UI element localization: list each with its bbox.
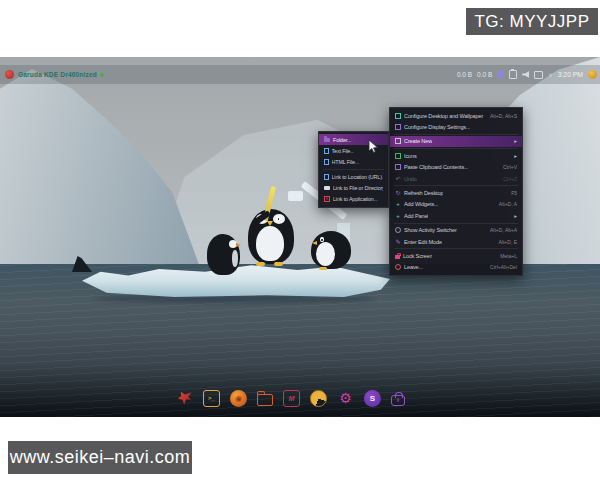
- monitor-icon: [395, 113, 401, 119]
- menu-item-enter-edit-mode[interactable]: ✎ Enter Edit Mode Alt+D, E: [390, 236, 522, 247]
- stacer-glyph: S: [370, 394, 375, 403]
- menu-separator: [394, 223, 518, 224]
- menu-item-undo: ↶ Undo Ctrl+Z: [390, 173, 522, 184]
- display-icon[interactable]: [534, 71, 543, 79]
- menu-item-add-widgets[interactable]: + Add Widgets... Alt+D, A: [390, 199, 522, 210]
- new-document-icon: [395, 138, 401, 144]
- watermark-website: www.seikei–navi.com: [8, 441, 192, 474]
- desktop-context-menu: Configure Desktop and Wallpaper... Alt+D…: [389, 107, 523, 276]
- menu-item-add-panel[interactable]: + Add Panel ▸: [390, 210, 522, 221]
- menu-item-paste[interactable]: Paste Clipboard Contents... Ctrl+V: [390, 162, 522, 173]
- system-tray: 0.0 B 0.0 B ∨ 3:20 PM: [457, 70, 600, 79]
- menu-separator: [394, 134, 518, 135]
- clock[interactable]: 3:20 PM: [558, 71, 583, 78]
- link-application-icon: ✕: [324, 196, 330, 202]
- link-file-icon: [324, 186, 330, 190]
- menu-item-create-new[interactable]: Create New ▸: [390, 136, 522, 147]
- submenu-arrow-icon: ▸: [514, 153, 517, 159]
- folder-icon: [324, 138, 330, 143]
- net-upload: 0.0 B: [477, 71, 492, 78]
- media-app-icon[interactable]: M: [283, 390, 300, 407]
- system-monitor-icon[interactable]: [310, 390, 327, 407]
- submenu-item-link-to-location[interactable]: Link to Location (URL)...: [319, 171, 388, 182]
- penguin-middle: [246, 209, 296, 266]
- stacer-icon[interactable]: S: [364, 390, 381, 407]
- left-iceberg: [0, 69, 200, 267]
- software-center-icon[interactable]: ‖: [391, 395, 405, 406]
- dock: >_ M ⚙ S ‖: [176, 388, 426, 408]
- activity-icon: [395, 227, 401, 233]
- settings-icon[interactable]: ⚙: [337, 390, 354, 407]
- power-icon: [395, 264, 401, 270]
- menu-separator: [394, 148, 518, 149]
- penguin-left: [207, 234, 240, 275]
- menu-item-lock-screen[interactable]: Lock Screen Meta+L: [390, 250, 522, 261]
- kdeconnect-icon[interactable]: [497, 71, 504, 78]
- clipboard-icon[interactable]: [509, 70, 517, 79]
- refresh-icon: ↻: [395, 190, 401, 196]
- volume-icon[interactable]: [522, 71, 529, 78]
- leaf-icon: [100, 73, 104, 77]
- lock-icon: [395, 255, 400, 259]
- screenshot-frame: Garuda KDE Dr460nized 0.0 B 0.0 B ∨ 3:20…: [0, 0, 600, 480]
- bag-glyph: ‖: [397, 397, 399, 403]
- submenu-item-link-to-file[interactable]: Link to File or Directory...: [319, 182, 388, 193]
- menu-separator: [394, 248, 518, 249]
- firedragon-browser-icon[interactable]: [230, 390, 247, 407]
- link-location-icon: [324, 174, 329, 180]
- terminal-icon[interactable]: >_: [203, 390, 220, 407]
- gear-glyph: ⚙: [339, 391, 352, 405]
- display-settings-icon: [395, 124, 401, 130]
- plus-icon: +: [395, 213, 401, 219]
- penguin-right: [311, 231, 352, 271]
- mouse-cursor: [368, 139, 379, 158]
- text-file-icon: [324, 148, 329, 154]
- plus-icon: +: [395, 201, 401, 207]
- top-panel: Garuda KDE Dr460nized 0.0 B 0.0 B ∨ 3:20…: [0, 65, 600, 84]
- net-download: 0.0 B: [457, 71, 472, 78]
- menu-item-configure-display[interactable]: Configure Display Settings...: [390, 121, 522, 132]
- submenu-item-link-to-application[interactable]: ✕ Link to Application...: [319, 193, 388, 204]
- penguin-beak: [236, 243, 241, 247]
- penguin-foot: [319, 267, 327, 270]
- menu-separator: [394, 185, 518, 186]
- html-file-icon: [324, 159, 329, 165]
- penguin-foot: [274, 262, 283, 266]
- undo-icon: ↶: [395, 176, 401, 182]
- grid-icon: [395, 153, 401, 159]
- penguin-foot: [256, 262, 265, 266]
- edit-icon: ✎: [395, 239, 401, 245]
- latte-settings-icon[interactable]: [588, 70, 597, 79]
- menu-separator: [323, 169, 384, 170]
- menu-item-show-activity-switcher[interactable]: Show Activity Switcher Alt+D, Alt+A: [390, 225, 522, 236]
- submenu-arrow-icon: ▸: [514, 138, 517, 144]
- submenu-item-html-file[interactable]: HTML File...: [319, 157, 388, 168]
- garuda-launcher-icon[interactable]: [176, 390, 193, 407]
- menu-item-leave[interactable]: Leave... Ctrl+Alt+Del: [390, 262, 522, 273]
- submenu-arrow-icon: ▸: [514, 213, 517, 219]
- menu-item-refresh-desktop[interactable]: ↻ Refresh Desktop F5: [390, 187, 522, 198]
- file-manager-icon[interactable]: [257, 394, 273, 406]
- media-app-glyph: M: [289, 395, 295, 402]
- paste-icon: [395, 164, 401, 170]
- penguin-beak: [312, 241, 317, 245]
- terminal-glyph: >_: [208, 395, 215, 401]
- garuda-logo-icon[interactable]: [5, 70, 14, 79]
- menu-item-icons[interactable]: Icons ▸: [390, 150, 522, 161]
- chevron-down-icon[interactable]: ∨: [548, 72, 552, 78]
- watermark-telegram: TG: MYYJJPP: [466, 8, 598, 35]
- ice-platform: [288, 191, 303, 201]
- menu-item-configure-desktop[interactable]: Configure Desktop and Wallpaper... Alt+D…: [390, 110, 522, 121]
- window-title: Garuda KDE Dr460nized: [18, 71, 97, 78]
- penguin-beak: [267, 221, 273, 226]
